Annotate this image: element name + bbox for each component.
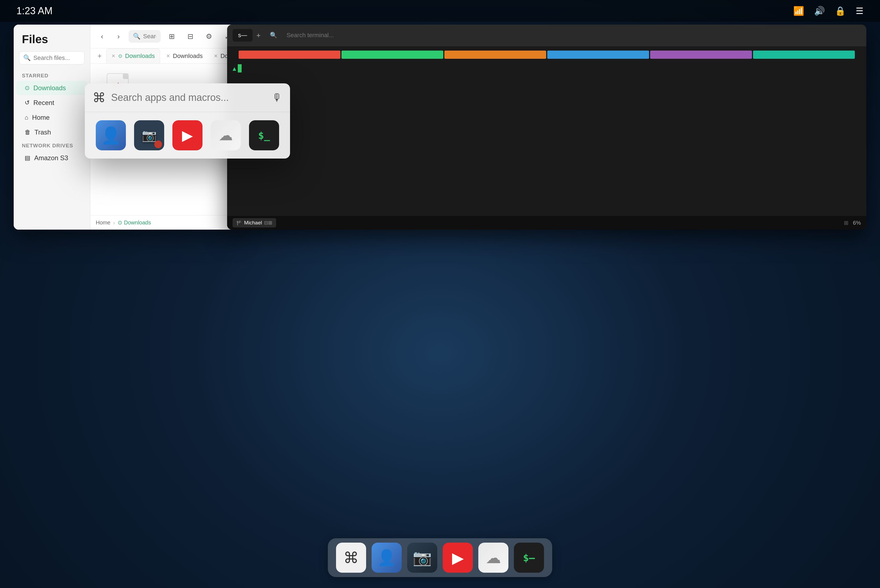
terminal-label: $_	[258, 130, 270, 141]
sidebar-search-input[interactable]	[33, 54, 80, 62]
grid-view-button[interactable]: ⊞	[164, 29, 179, 44]
dock-icon-contacts[interactable]: 👤	[372, 543, 402, 573]
sidebar-item-home-label: Home	[32, 114, 50, 122]
breadcrumb-home[interactable]: Home	[96, 219, 110, 226]
spotlight-header: ⌘ 🎙	[85, 83, 290, 112]
wifi-icon: 📶	[793, 6, 804, 16]
terminal-window: s— + 🔍 ▲ 🏴 Michael ⊟⊠ ⊞ 6%	[227, 25, 866, 230]
app-icon-contacts[interactable]: 👤	[96, 120, 126, 150]
microphone-icon[interactable]: 🎙	[272, 92, 282, 104]
sidebar-search-box[interactable]: 🔍	[19, 51, 84, 64]
tab-close-1[interactable]: ✕	[111, 53, 116, 59]
column-view-button[interactable]: ⊟	[183, 29, 198, 44]
dock-media-icon: ▶	[452, 549, 464, 567]
terminal-window-icon: ⊞	[844, 219, 848, 226]
breadcrumb-downloads[interactable]: ⊙Downloads	[118, 219, 151, 226]
contacts-icon: 👤	[101, 126, 121, 145]
breadcrumb-separator: ›	[113, 219, 115, 226]
tab-close-2[interactable]: ✕	[166, 53, 170, 59]
downloads-icon: ⊙	[25, 84, 30, 92]
color-bar	[238, 51, 855, 59]
photos-icon: 📷	[142, 128, 157, 142]
dock-files-icon: 📷	[413, 549, 432, 567]
tab-downloads-2[interactable]: ✕ Downloads	[161, 49, 208, 63]
dock-icon-command-palette[interactable]: ⌘	[336, 543, 366, 573]
toolbar-search-box[interactable]: 🔍	[129, 30, 161, 43]
clock: 1:23 AM	[17, 5, 53, 16]
photos-record-dot	[154, 141, 162, 148]
terminal-percentage: 6%	[853, 220, 861, 226]
forward-button[interactable]: ›	[112, 30, 125, 43]
sidebar-search-icon: 🔍	[23, 54, 31, 62]
dock-cmd-symbol-icon: ⌘	[343, 549, 359, 567]
badge-flag-icon: 🏴	[236, 220, 242, 225]
sidebar-item-recent[interactable]: ↺ Recent	[17, 96, 87, 110]
sidebar-item-amazon-s3[interactable]: ▤ Amazon S3	[17, 151, 87, 165]
terminal-search-input[interactable]	[286, 32, 861, 39]
spotlight-search-input[interactable]	[111, 92, 266, 104]
terminal-status-right: ⊞ 6%	[844, 219, 861, 226]
terminal-status-bar: 🏴 Michael ⊟⊠ ⊞ 6%	[227, 216, 866, 230]
terminal-cursor	[238, 64, 242, 72]
tab-label-2: Downloads	[173, 52, 203, 60]
command-symbol-icon: ⌘	[92, 90, 105, 105]
color-bar-wrapper	[227, 46, 866, 59]
spotlight-window: ⌘ 🎙 👤 📷 ▶ ☁ $_	[85, 83, 290, 159]
app-icon-media[interactable]: ▶	[172, 120, 203, 150]
sidebar-item-downloads[interactable]: ⊙ Downloads	[17, 81, 87, 95]
volume-icon: 🔊	[814, 6, 825, 16]
toolbar-search-input[interactable]	[143, 33, 156, 40]
breadcrumb-downloads-icon: ⊙	[118, 219, 122, 225]
color-segment-red	[239, 51, 340, 59]
dock-cloud-icon: ☁	[486, 549, 501, 567]
dock-contacts-icon: 👤	[377, 549, 396, 567]
dock-terminal-label: $—	[523, 552, 535, 563]
dock-icon-files[interactable]: 📷	[407, 543, 437, 573]
terminal-username: Michael	[244, 220, 262, 226]
sidebar-item-amazon-s3-label: Amazon S3	[34, 154, 68, 162]
settings-button[interactable]: ⚙	[202, 29, 217, 44]
terminal-tab[interactable]: s—	[233, 29, 253, 42]
media-play-icon: ▶	[182, 127, 193, 144]
back-button[interactable]: ‹	[96, 30, 108, 43]
terminal-prompt-arrow: ▲	[233, 65, 236, 72]
sidebar-item-trash[interactable]: 🗑 Trash	[17, 125, 87, 140]
color-segment-blue	[547, 51, 649, 59]
terminal-search-icon: 🔍	[270, 32, 277, 39]
app-icon-photos[interactable]: 📷	[134, 120, 164, 150]
tabs-bar: + ✕ ⊙ Downloads ✕ Downloads ✕ Downloads	[90, 48, 238, 64]
breadcrumb: Home › ⊙Downloads	[90, 215, 238, 230]
home-icon: ⌂	[25, 114, 28, 121]
tab-downloads-icon-1: ⊙	[118, 53, 122, 59]
badge-controls: ⊟⊠	[264, 220, 272, 226]
sidebar-item-recent-label: Recent	[33, 99, 54, 106]
color-segment-green	[341, 51, 443, 59]
sidebar: Files 🔍 Starred ⊙ Downloads ↺ Recent ⌂ H…	[14, 25, 90, 230]
recent-icon: ↺	[25, 99, 30, 106]
network-drives-label: Network Drives	[14, 140, 90, 150]
tab-close-3[interactable]: ✕	[214, 53, 218, 59]
tab-label-1: Downloads	[125, 52, 155, 60]
starred-label: Starred	[14, 70, 90, 80]
amazon-s3-icon: ▤	[25, 154, 30, 162]
terminal-prompt: ▲	[233, 64, 861, 72]
tab-downloads-1[interactable]: ✕ ⊙ Downloads	[106, 48, 160, 63]
add-tab-button[interactable]: +	[94, 51, 105, 62]
toolbar-search-icon: 🔍	[133, 33, 140, 40]
spotlight-apps: 👤 📷 ▶ ☁ $_	[85, 112, 290, 159]
cloud-icon: ☁	[219, 127, 233, 144]
terminal-body: ▲	[227, 59, 866, 216]
menu-bar: 1:23 AM 📶 🔊 🔒 ☰	[0, 0, 880, 22]
dock-icon-terminal[interactable]: $—	[514, 543, 544, 573]
sidebar-item-trash-label: Trash	[35, 129, 51, 136]
app-icon-terminal[interactable]: $_	[249, 120, 279, 150]
app-icon-cloud[interactable]: ☁	[211, 120, 241, 150]
terminal-tab-label: s—	[238, 32, 247, 39]
sidebar-title: Files	[14, 33, 90, 51]
terminal-add-tab-button[interactable]: +	[256, 31, 260, 40]
sidebar-item-home[interactable]: ⌂ Home	[17, 111, 87, 124]
dock-icon-cloud[interactable]: ☁	[478, 543, 508, 573]
dock: ⌘ 👤 📷 ▶ ☁ $—	[328, 538, 552, 577]
dock-icon-media[interactable]: ▶	[443, 543, 473, 573]
toolbar: ‹ › 🔍 ⊞ ⊟ ⚙ ⤢ ✕	[90, 25, 238, 48]
